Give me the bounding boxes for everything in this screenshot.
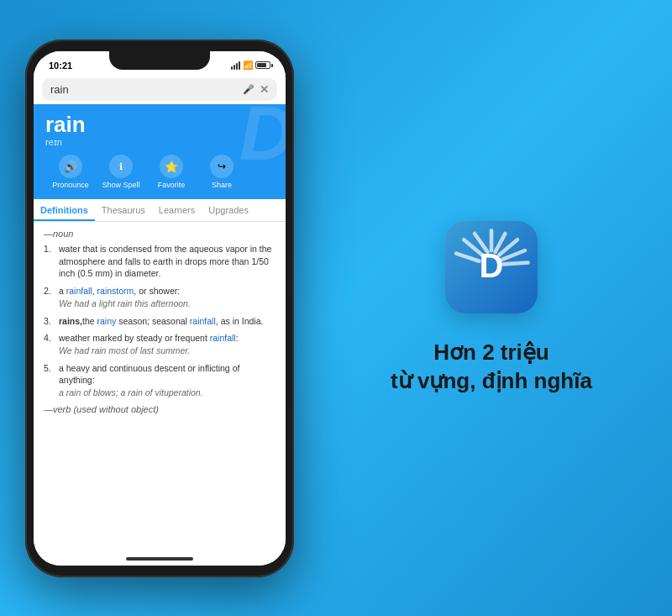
status-icons: 📶 <box>231 61 270 70</box>
promo-line1: Hơn 2 triệu <box>391 339 592 367</box>
svg-line-7 <box>456 253 479 261</box>
phone-container: 10:21 📶 <box>25 39 294 577</box>
favorite-button[interactable]: ⭐ Favorite <box>146 155 197 189</box>
def-text-2: a rainfall, rainstorm, or shower:We had … <box>59 285 276 309</box>
svg-text:D: D <box>480 247 504 284</box>
share-icon: ↪ <box>210 155 234 178</box>
def-text-5: a heavy and continuous descent or inflic… <box>59 362 276 399</box>
share-label: Share <box>212 181 232 189</box>
mic-icon[interactable]: 🎤 <box>243 84 255 95</box>
battery-icon <box>255 61 270 69</box>
word-title: rain <box>45 113 274 137</box>
definitions-list: 1. water that is condensed from the aque… <box>44 243 276 399</box>
definition-item-5: 5. a heavy and continuous descent or inf… <box>44 362 276 399</box>
def-text-1: water that is condensed from the aqueous… <box>59 243 276 280</box>
definition-item-1: 1. water that is condensed from the aque… <box>44 243 276 280</box>
verb-pos-label: —verb (used without object) <box>44 404 276 414</box>
tab-learners[interactable]: Learners <box>152 199 202 221</box>
pronounce-button[interactable]: 🔊 Pronounce <box>45 155 96 189</box>
search-close-button[interactable]: ✕ <box>260 83 269 96</box>
def-text-3: rains,the rainy season; seasonal rainfal… <box>59 315 276 328</box>
tabs: Definitions Thesaurus Learners Upgrades <box>34 199 286 222</box>
wifi-icon: 📶 <box>243 61 253 70</box>
link-rainfall3[interactable]: rainfall <box>210 333 236 343</box>
favorite-label: Favorite <box>158 181 186 189</box>
right-side: D Hơn 2 triệu từ vựng, định nghĩa <box>294 221 664 396</box>
link-rainstorm[interactable]: rainstorm <box>97 286 134 296</box>
tab-definitions[interactable]: Definitions <box>34 199 95 221</box>
word-header: D rain reɪn 🔊 Pronounce ℹ Show Spell <box>34 104 286 200</box>
link-rainfall2[interactable]: rainfall <box>190 316 216 326</box>
show-spell-icon: ℹ <box>109 155 133 178</box>
phone-frame: 10:21 📶 <box>25 39 294 577</box>
definition-item-4: 4. weather marked by steady or frequent … <box>44 332 276 356</box>
pos-label: —noun <box>44 229 276 239</box>
definition-item-2: 2. a rainfall, rainstorm, or shower:We h… <box>44 285 276 309</box>
signal-icon <box>231 61 240 70</box>
def-text-4: weather marked by steady or frequent rai… <box>59 332 276 356</box>
promo-line2: từ vựng, định nghĩa <box>391 367 592 396</box>
content-wrapper: 10:21 📶 <box>8 10 664 607</box>
tab-thesaurus[interactable]: Thesaurus <box>95 199 152 221</box>
show-spell-button[interactable]: ℹ Show Spell <box>96 155 146 189</box>
svg-line-5 <box>504 262 528 264</box>
word-phonetic: reɪn <box>45 137 274 148</box>
word-actions: 🔊 Pronounce ℹ Show Spell ⭐ Favorite ↪ <box>45 155 274 189</box>
pronounce-icon: 🔊 <box>59 155 82 178</box>
definition-item-3: 3. rains,the rainy season; seasonal rain… <box>44 315 276 328</box>
app-icon-rays: D <box>449 225 533 309</box>
app-icon: D <box>445 221 538 313</box>
link-rainy[interactable]: rainy <box>97 316 117 326</box>
search-bar[interactable]: 🎤 ✕ <box>42 78 277 101</box>
definitions-area: —noun 1. water that is condensed from th… <box>34 222 286 565</box>
promo-text: Hơn 2 triệu từ vựng, định nghĩa <box>391 339 592 396</box>
tab-upgrades[interactable]: Upgrades <box>202 199 255 221</box>
show-spell-label: Show Spell <box>102 181 139 189</box>
phone-screen: 10:21 📶 <box>34 51 286 566</box>
search-input[interactable] <box>50 83 238 96</box>
share-button[interactable]: ↪ Share <box>197 155 247 189</box>
pronounce-label: Pronounce <box>52 181 89 189</box>
status-time: 10:21 <box>49 61 72 71</box>
home-indicator <box>126 557 193 561</box>
link-rainfall[interactable]: rainfall <box>66 286 92 296</box>
phone-notch <box>109 51 210 70</box>
favorite-icon: ⭐ <box>160 155 183 178</box>
